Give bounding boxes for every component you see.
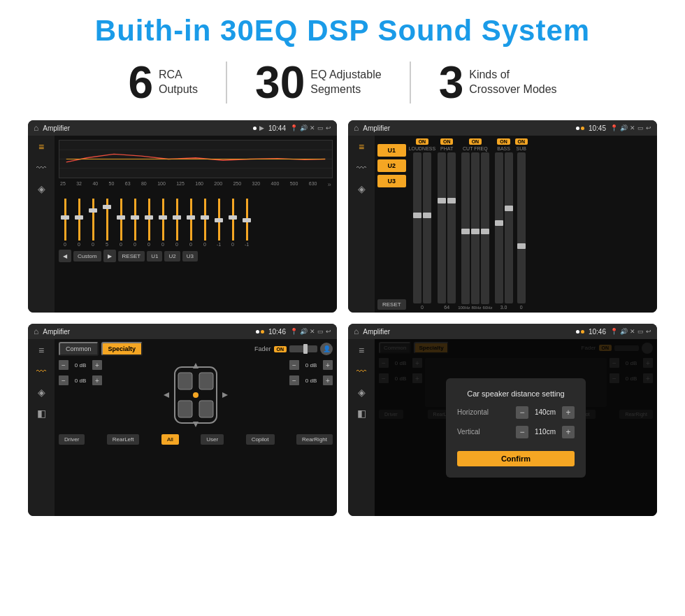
cv-speaker-sidebar-icon[interactable]: ◈ bbox=[358, 183, 366, 194]
dialog-back-icon[interactable]: ↩ bbox=[646, 328, 651, 335]
prev-button[interactable]: ◀ bbox=[59, 250, 71, 262]
fader-spk-icon[interactable]: ◈ bbox=[38, 387, 45, 398]
reset-button[interactable]: RESET bbox=[118, 251, 145, 262]
crossover-home-icon[interactable]: ⌂ bbox=[354, 123, 359, 133]
db-plus-bl[interactable]: + bbox=[92, 375, 102, 385]
loudness-slider-r[interactable] bbox=[423, 152, 431, 303]
db-plus-br[interactable]: + bbox=[323, 375, 333, 385]
dialog-vol-icon[interactable]: ◧ bbox=[357, 408, 366, 419]
fader-home-icon[interactable]: ⌂ bbox=[34, 327, 38, 336]
back-icon[interactable]: ↩ bbox=[326, 124, 331, 131]
specialty-tab[interactable]: Specialty bbox=[101, 342, 143, 356]
slider-32[interactable]: 0 bbox=[73, 199, 85, 247]
svg-point-8 bbox=[193, 392, 199, 398]
fader-h-slider[interactable] bbox=[289, 345, 317, 352]
cutfreq-slider-l[interactable] bbox=[461, 152, 470, 304]
cutfreq-slider-m[interactable] bbox=[481, 152, 489, 304]
bass-slider-l[interactable] bbox=[495, 152, 503, 303]
dialog-close-icon[interactable]: ✕ bbox=[630, 328, 635, 335]
slider-63[interactable]: 0 bbox=[115, 199, 127, 247]
cv-close-icon[interactable]: ✕ bbox=[630, 124, 635, 131]
copilot-btn[interactable]: Copilot bbox=[246, 434, 275, 445]
fader-left-controls: − 0 dB + − 0 dB + bbox=[59, 360, 102, 430]
db-plus-tr[interactable]: + bbox=[323, 360, 333, 370]
dialog-status-dots bbox=[576, 330, 584, 334]
dialog-home-icon[interactable]: ⌂ bbox=[354, 327, 359, 336]
more-icon[interactable]: » bbox=[328, 181, 331, 188]
wave-icon[interactable]: 〰 bbox=[36, 162, 46, 173]
slider-400[interactable]: 0 bbox=[226, 199, 239, 247]
loudness-slider-l[interactable] bbox=[413, 152, 421, 303]
slider-320[interactable]: -1 bbox=[212, 199, 225, 247]
slider-250[interactable]: 0 bbox=[199, 199, 211, 247]
dialog-spk-icon[interactable]: ◈ bbox=[358, 387, 366, 398]
slider-200[interactable]: 0 bbox=[185, 199, 197, 247]
loudness-on[interactable]: ON bbox=[416, 138, 429, 145]
bass-slider-r[interactable] bbox=[505, 152, 513, 303]
fader-on-btn[interactable]: ON bbox=[274, 346, 287, 352]
sub-slider[interactable] bbox=[517, 152, 526, 303]
u2-button[interactable]: U2 bbox=[164, 251, 180, 262]
slider-100[interactable]: 0 bbox=[143, 199, 155, 247]
eq-icon[interactable]: ≡ bbox=[38, 141, 44, 152]
vertical-plus[interactable]: + bbox=[562, 426, 575, 438]
speaker-sidebar-icon[interactable]: ◈ bbox=[38, 183, 45, 194]
phat-label: PHAT bbox=[440, 146, 453, 151]
bass-on[interactable]: ON bbox=[497, 138, 510, 145]
cv-eq-icon[interactable]: ≡ bbox=[359, 141, 364, 152]
slider-50[interactable]: 5 bbox=[101, 199, 113, 247]
dialog-eq-icon[interactable]: ≡ bbox=[359, 345, 364, 356]
db-minus-bl[interactable]: − bbox=[59, 375, 68, 385]
common-tab[interactable]: Common bbox=[59, 342, 99, 356]
next-button[interactable]: ▶ bbox=[103, 250, 116, 262]
phat-on[interactable]: ON bbox=[440, 138, 454, 145]
home-icon[interactable]: ⌂ bbox=[34, 123, 38, 133]
db-minus-tr[interactable]: − bbox=[289, 360, 299, 370]
phat-slider-r[interactable] bbox=[447, 152, 456, 303]
slider-160[interactable]: 0 bbox=[171, 199, 183, 247]
slider-80[interactable]: 0 bbox=[129, 199, 141, 247]
fader-wave-icon[interactable]: 〰 bbox=[36, 366, 46, 377]
car-diagram-svg bbox=[154, 360, 238, 430]
cutfreq-slider-r[interactable] bbox=[471, 152, 480, 304]
loudness-label: LOUDNESS bbox=[409, 146, 436, 151]
u2-cv-button[interactable]: U2 bbox=[377, 159, 406, 172]
cutfreq-on[interactable]: ON bbox=[469, 138, 482, 145]
fader-back-icon[interactable]: ↩ bbox=[326, 328, 331, 335]
all-btn[interactable]: All bbox=[161, 434, 179, 445]
close-icon[interactable]: ✕ bbox=[310, 124, 315, 131]
loudness-val: 0 bbox=[421, 305, 424, 310]
fader-eq-icon[interactable]: ≡ bbox=[38, 345, 44, 356]
cv-reset-button[interactable]: RESET bbox=[377, 299, 406, 310]
u3-button[interactable]: U3 bbox=[182, 251, 198, 262]
sub-on[interactable]: ON bbox=[515, 138, 528, 145]
slider-25[interactable]: 0 bbox=[59, 199, 71, 247]
crossover-content: U1 U2 U3 RESET ON LOUDNES bbox=[377, 138, 654, 310]
slider-500[interactable]: -1 bbox=[240, 199, 253, 247]
fader-topbar-title: Amplifier bbox=[43, 328, 252, 336]
horizontal-minus[interactable]: − bbox=[516, 406, 528, 419]
profile-icon[interactable]: 👤 bbox=[320, 343, 333, 355]
u3-cv-button[interactable]: U3 bbox=[377, 175, 406, 187]
confirm-button[interactable]: Confirm bbox=[457, 451, 575, 466]
slider-40[interactable]: 0 bbox=[87, 199, 99, 247]
phat-slider-l[interactable] bbox=[438, 152, 446, 303]
db-plus-tl[interactable]: + bbox=[92, 360, 102, 370]
svg-marker-9 bbox=[193, 363, 199, 368]
fader-close-icon[interactable]: ✕ bbox=[310, 328, 315, 335]
u1-cv-button[interactable]: U1 bbox=[377, 144, 406, 157]
cv-back-icon[interactable]: ↩ bbox=[646, 124, 651, 131]
horizontal-plus[interactable]: + bbox=[562, 406, 575, 419]
db-minus-br[interactable]: − bbox=[289, 375, 299, 385]
vertical-minus[interactable]: − bbox=[516, 426, 528, 438]
driver-btn[interactable]: Driver bbox=[59, 434, 85, 445]
cv-wave-icon[interactable]: 〰 bbox=[356, 162, 366, 173]
slider-125[interactable]: 0 bbox=[157, 199, 169, 247]
user-btn[interactable]: User bbox=[201, 434, 224, 445]
fader-vol-icon[interactable]: ◧ bbox=[37, 408, 46, 419]
dialog-wave-icon[interactable]: 〰 bbox=[356, 366, 366, 377]
rearright-btn[interactable]: RearRight bbox=[296, 434, 333, 445]
db-minus-tl[interactable]: − bbox=[59, 360, 68, 370]
u1-button[interactable]: U1 bbox=[147, 251, 162, 262]
rearleft-btn[interactable]: RearLeft bbox=[107, 434, 140, 445]
